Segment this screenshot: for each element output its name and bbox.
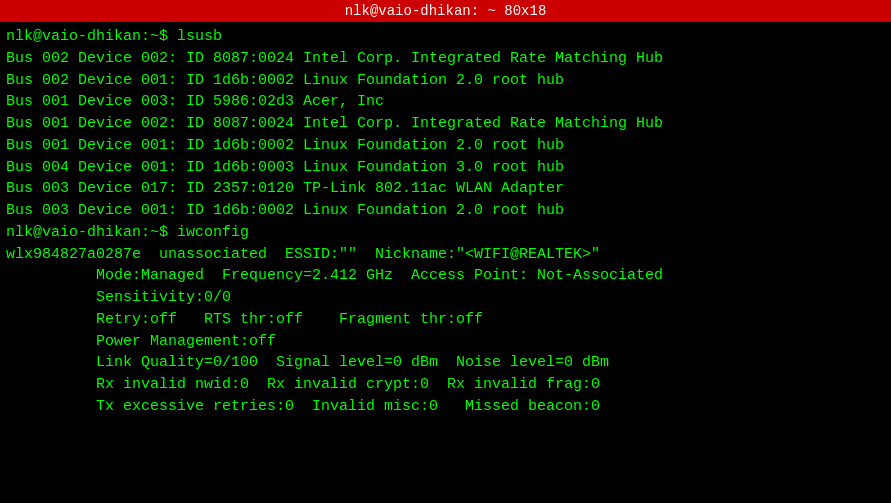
- title-text: nlk@vaio-dhikan: ~ 80x18: [345, 3, 547, 19]
- terminal-body[interactable]: nlk@vaio-dhikan:~$ lsusb Bus 002 Device …: [0, 22, 891, 503]
- title-bar: nlk@vaio-dhikan: ~ 80x18: [0, 0, 891, 22]
- terminal-window: nlk@vaio-dhikan: ~ 80x18 nlk@vaio-dhikan…: [0, 0, 891, 503]
